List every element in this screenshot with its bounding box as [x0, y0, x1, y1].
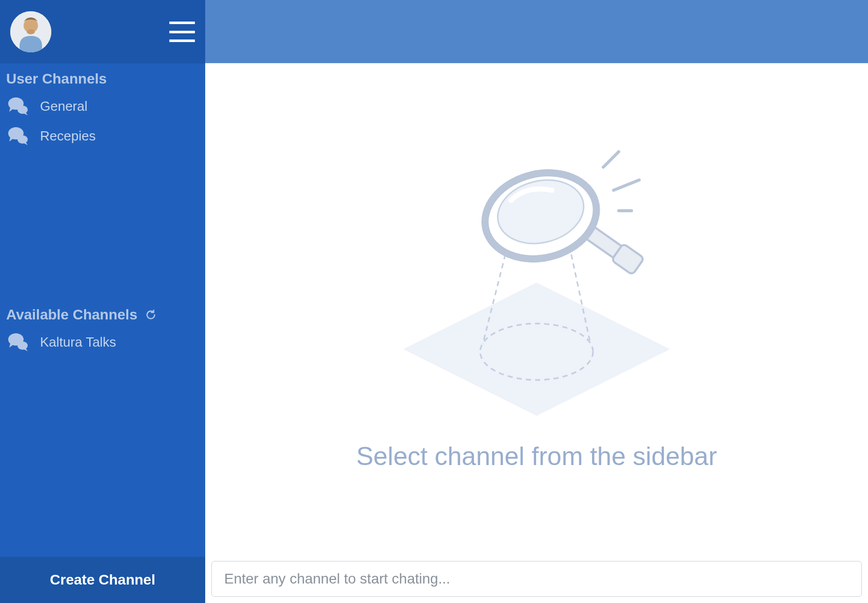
chat-bubbles-icon — [7, 125, 29, 147]
channel-label: General — [40, 98, 88, 114]
svg-line-17 — [614, 180, 639, 190]
top-bar — [205, 0, 868, 64]
svg-point-2 — [27, 29, 35, 34]
magnifying-glass-search-icon — [378, 144, 696, 431]
channel-label: Recepies — [40, 128, 95, 144]
sidebar: User Channels General — [0, 0, 205, 603]
available-channels-list: Kaltura Talks — [0, 327, 205, 357]
create-channel-button[interactable]: Create Channel — [0, 557, 205, 603]
svg-point-8 — [17, 341, 28, 350]
hamburger-menu-button[interactable] — [169, 22, 195, 42]
svg-line-16 — [603, 152, 619, 167]
message-input-bar — [211, 561, 862, 597]
svg-point-4 — [17, 106, 28, 114]
create-channel-label: Create Channel — [50, 572, 155, 588]
section-heading-label: User Channels — [6, 71, 107, 87]
user-channels-section: User Channels General — [0, 64, 205, 151]
hamburger-line-icon — [169, 39, 195, 42]
section-heading-label: Available Channels — [6, 307, 137, 323]
content-area: Select channel from the sidebar — [205, 64, 868, 603]
channel-item-general[interactable]: General — [0, 91, 205, 121]
avatar[interactable] — [10, 11, 51, 52]
main: Select channel from the sidebar — [205, 0, 868, 603]
channel-item-kaltura-talks[interactable]: Kaltura Talks — [0, 327, 205, 357]
hamburger-line-icon — [169, 31, 195, 33]
chat-bubbles-icon — [7, 331, 29, 353]
sidebar-body: User Channels General — [0, 64, 205, 557]
svg-point-6 — [17, 135, 28, 144]
hamburger-line-icon — [169, 22, 195, 24]
message-input[interactable] — [211, 561, 862, 597]
avatar-image-icon — [10, 11, 51, 52]
channel-item-recepies[interactable]: Recepies — [0, 121, 205, 151]
available-channels-section: Available Channels — [0, 299, 205, 357]
user-channels-list: General Recepies — [0, 91, 205, 151]
section-heading-available-channels: Available Channels — [0, 299, 205, 327]
refresh-icon[interactable] — [145, 309, 157, 321]
sidebar-header — [0, 0, 205, 64]
section-heading-user-channels: User Channels — [0, 64, 205, 91]
chat-bubbles-icon — [7, 95, 29, 117]
empty-state-text: Select channel from the sidebar — [356, 441, 717, 471]
channel-label: Kaltura Talks — [40, 334, 116, 350]
